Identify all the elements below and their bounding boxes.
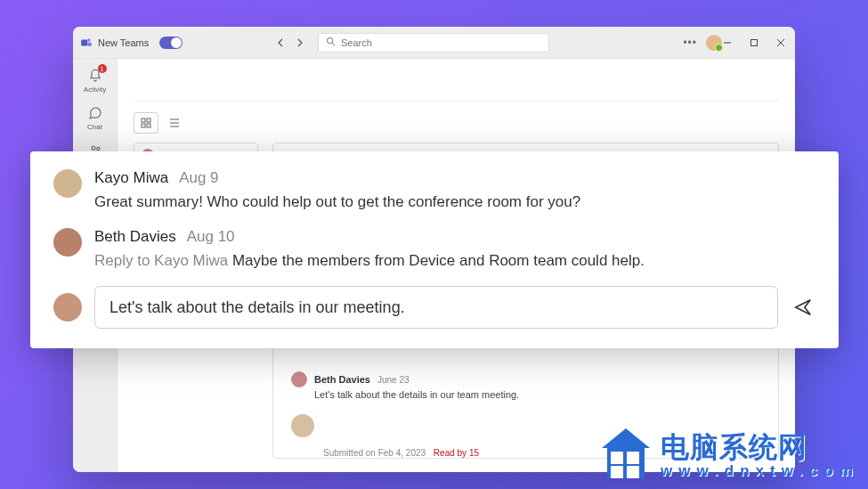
new-teams-toggle[interactable]	[159, 37, 183, 49]
submitted-text: Submitted on Feb 4, 2023	[323, 448, 426, 458]
rail-chat-label: Chat	[87, 123, 102, 131]
svg-rect-0	[81, 39, 87, 45]
svg-rect-14	[147, 118, 150, 122]
rail-chat[interactable]: Chat	[77, 102, 114, 135]
msg-body: Reply to Kayo Miwa Maybe the members fro…	[94, 249, 815, 273]
avatar-icon	[291, 414, 314, 437]
avatar-icon	[53, 293, 82, 322]
close-button[interactable]	[770, 32, 791, 53]
svg-point-3	[327, 37, 332, 43]
nav-arrows	[273, 35, 307, 51]
svg-rect-2	[87, 42, 92, 46]
msg-date: Aug 10	[187, 228, 235, 246]
svg-point-10	[96, 147, 99, 150]
msg-body: Great summary! Who could help out to get…	[94, 191, 815, 214]
avatar-icon	[53, 228, 82, 257]
activity-badge: 1	[98, 64, 107, 73]
main-header	[134, 59, 779, 102]
post-date: June 23	[377, 375, 410, 385]
overlay-conversation: Kayo Miwa Aug 9 Great summary! Who could…	[30, 151, 839, 348]
compose-row: Let's talk about the details in our meet…	[53, 286, 815, 329]
compose-text: Let's talk about the details in our meet…	[110, 298, 405, 317]
svg-rect-6	[751, 39, 758, 45]
titlebar: New Teams •••	[73, 27, 795, 59]
teams-logo-icon	[80, 37, 93, 49]
svg-rect-15	[142, 124, 145, 127]
reply-prefix: Reply to Kayo Miwa	[94, 252, 228, 269]
avatar-icon	[53, 169, 82, 198]
svg-point-1	[87, 38, 91, 42]
minimize-button[interactable]	[717, 32, 738, 53]
window-controls	[717, 32, 791, 53]
watermark-logo-icon	[602, 432, 650, 480]
post-author: Beth Davies	[314, 374, 370, 385]
compose-input[interactable]: Let's talk about the details in our meet…	[94, 286, 778, 329]
view-toggle	[134, 112, 779, 134]
msg-date: Aug 9	[179, 169, 218, 187]
titlebar-left: New Teams	[80, 37, 183, 49]
maximize-button[interactable]	[743, 32, 765, 53]
post-body: Let's talk about the details in our team…	[314, 389, 760, 400]
more-menu-icon[interactable]: •••	[683, 37, 697, 49]
watermark: 电脑系统网 www.dnxtw.com	[602, 432, 859, 480]
chat-icon	[88, 106, 102, 122]
list-view-button[interactable]	[162, 112, 187, 134]
msg-author: Beth Davies	[94, 228, 176, 246]
svg-rect-16	[147, 124, 150, 127]
watermark-url: www.dnxtw.com	[661, 463, 859, 479]
window-title: New Teams	[98, 37, 149, 48]
nav-forward-button[interactable]	[291, 35, 307, 51]
rail-activity[interactable]: 1 Activity	[77, 64, 114, 98]
read-by-text[interactable]: Read by 15	[434, 448, 479, 458]
search-input[interactable]	[341, 37, 541, 48]
rail-activity-label: Activity	[84, 86, 106, 94]
message-row: Beth Davies Aug 10 Reply to Kayo Miwa Ma…	[53, 228, 815, 273]
message-row: Kayo Miwa Aug 9 Great summary! Who could…	[53, 169, 815, 214]
search-box[interactable]	[318, 33, 549, 53]
send-button[interactable]	[791, 295, 815, 320]
svg-line-4	[332, 43, 335, 45]
post-row: Beth Davies June 23 Let's talk about the…	[273, 366, 778, 405]
avatar-icon	[291, 371, 307, 387]
msg-body-text: Maybe the members from Device and Room t…	[228, 252, 645, 269]
msg-author: Kayo Miwa	[94, 169, 168, 187]
svg-rect-13	[142, 118, 145, 122]
nav-back-button[interactable]	[273, 35, 289, 51]
grid-view-button[interactable]	[134, 112, 158, 134]
watermark-title: 电脑系统网	[661, 433, 859, 463]
search-icon	[326, 37, 336, 48]
svg-point-9	[92, 146, 95, 150]
